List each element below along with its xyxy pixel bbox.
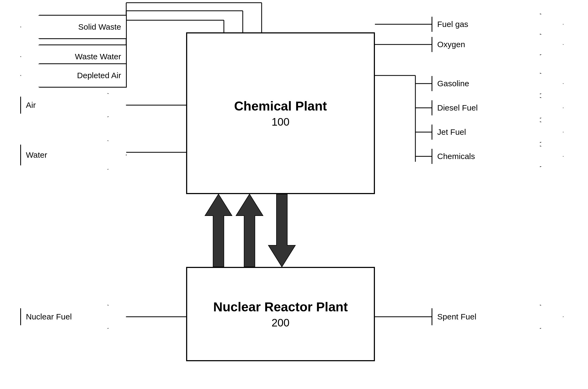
spent-fuel-arrow: Spent Fuel bbox=[432, 305, 564, 329]
depleted-air-label: Depleted Air bbox=[77, 71, 121, 80]
air-arrow: Air bbox=[20, 93, 127, 117]
fuel-gas-label: Fuel gas bbox=[437, 20, 468, 29]
chemical-plant-title: Chemical Plant bbox=[234, 98, 327, 114]
svg-marker-23 bbox=[268, 194, 295, 267]
water-arrow: Water bbox=[20, 140, 127, 170]
diagram: Chemical Plant 100 Nuclear Reactor Plant… bbox=[0, 0, 588, 389]
nuclear-plant-title: Nuclear Reactor Plant bbox=[213, 299, 348, 315]
nuclear-fuel-arrow: Nuclear Fuel bbox=[20, 305, 127, 329]
diesel-fuel-label: Diesel Fuel bbox=[437, 103, 478, 112]
jet-fuel-label: Jet Fuel bbox=[437, 128, 466, 137]
waste-water-label: Waste Water bbox=[75, 52, 121, 61]
svg-marker-22 bbox=[236, 194, 263, 267]
nuclear-plant-box: Nuclear Reactor Plant 200 bbox=[186, 267, 375, 361]
solid-waste-label: Solid Waste bbox=[78, 22, 121, 32]
water-label: Water bbox=[26, 150, 47, 160]
chemicals-arrow: Chemicals bbox=[432, 146, 564, 167]
depleted-air-arrow: Depleted Air bbox=[20, 63, 127, 88]
big-arrows-svg bbox=[197, 194, 305, 267]
air-label: Air bbox=[26, 101, 36, 110]
nuclear-plant-number: 200 bbox=[272, 317, 290, 329]
gasoline-arrow: Gasoline bbox=[432, 73, 564, 94]
chemical-plant-number: 100 bbox=[272, 116, 290, 128]
oxygen-arrow: Oxygen bbox=[432, 34, 564, 55]
jet-fuel-arrow: Jet Fuel bbox=[432, 121, 564, 143]
oxygen-label: Oxygen bbox=[437, 40, 465, 49]
svg-marker-21 bbox=[205, 194, 232, 267]
diesel-fuel-arrow: Diesel Fuel bbox=[432, 97, 564, 119]
nuclear-fuel-label: Nuclear Fuel bbox=[26, 312, 72, 321]
fuel-gas-arrow: Fuel gas bbox=[432, 13, 564, 35]
chemical-plant-box: Chemical Plant 100 bbox=[186, 32, 375, 194]
spent-fuel-label: Spent Fuel bbox=[437, 312, 476, 321]
chemicals-label: Chemicals bbox=[437, 152, 475, 161]
gasoline-label: Gasoline bbox=[437, 79, 469, 88]
solid-waste-arrow: Solid Waste bbox=[20, 15, 127, 39]
